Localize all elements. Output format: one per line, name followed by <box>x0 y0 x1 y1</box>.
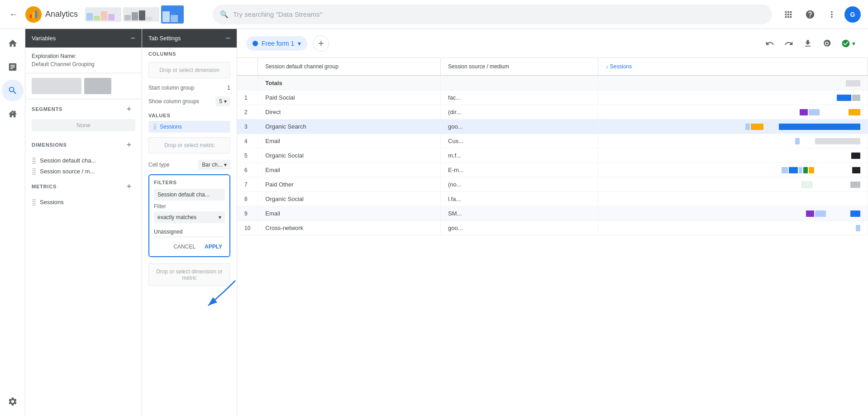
undo-button[interactable] <box>762 35 778 52</box>
show-column-groups-row: Show column groups 5 ▾ <box>142 94 237 109</box>
show-column-groups-label: Show column groups <box>148 98 212 105</box>
content-topbar: Free form 1 ▾ + ▾ <box>237 29 868 58</box>
source-10: goo... <box>441 221 598 235</box>
chevron-down-icon: ▾ <box>224 98 227 105</box>
table-row[interactable]: 2 Direct (dir... <box>237 105 868 120</box>
dimension-label-1: Session default cha... <box>40 157 96 164</box>
table-row[interactable]: 10 Cross-network goo... <box>237 221 868 235</box>
variables-minimize-button[interactable]: − <box>130 33 135 43</box>
user-avatar[interactable]: G <box>844 6 861 23</box>
tab-thumb-active[interactable] <box>161 5 184 24</box>
status-button[interactable]: ▾ <box>838 37 859 50</box>
nav-reports[interactable] <box>2 56 24 78</box>
nav-configure[interactable] <box>2 391 24 412</box>
search-placeholder: Try searching "Data Streams" <box>233 10 322 18</box>
search-bar[interactable]: 🔍 Try searching "Data Streams" <box>213 5 772 24</box>
sessions-8 <box>598 192 868 206</box>
tab-dropdown-icon[interactable]: ▾ <box>298 40 301 47</box>
filter-actions: CANCEL APPLY <box>154 242 225 252</box>
dimension-item-2[interactable]: ⣿ Session source / m... <box>25 166 142 177</box>
dimensions-section-header: DIMENSIONS + <box>25 135 142 155</box>
tab-thumb-1[interactable] <box>85 7 121 22</box>
source-8: l.fa... <box>441 192 598 206</box>
start-column-group-value: 1 <box>227 85 230 91</box>
drag-handle-metric-icon: ⣿ <box>32 198 36 206</box>
svg-rect-1 <box>33 12 35 18</box>
nav-explore[interactable] <box>2 80 24 101</box>
tab-thumb-2[interactable] <box>123 7 159 22</box>
cell-type-dropdown[interactable]: Bar ch... ▾ <box>198 160 230 170</box>
filter-dimension-chip[interactable]: Session default cha... <box>154 189 225 201</box>
sessions-value-chip[interactable]: ⣿ Sessions <box>148 121 230 133</box>
table-row[interactable]: 3 Organic Search goo... <box>237 120 868 134</box>
dimension-item-1[interactable]: ⣿ Session default cha... <box>25 155 142 166</box>
channel-7: Paid Other <box>258 177 441 192</box>
more-vert-icon-button[interactable] <box>823 5 841 24</box>
nav-home[interactable] <box>2 33 24 54</box>
help-icon-button[interactable] <box>801 5 819 24</box>
apps-icon-button[interactable] <box>779 5 797 24</box>
redo-button[interactable] <box>781 35 797 52</box>
filter-condition-chevron-icon: ▾ <box>219 214 221 220</box>
tab-dot <box>253 41 258 46</box>
col-header-channel[interactable]: Session default channel group <box>258 58 441 76</box>
variables-title: Variables <box>32 35 56 42</box>
variables-panel: Variables − Exploration Name: Default Ch… <box>25 29 142 416</box>
filter-condition-select[interactable]: exactly matches ▾ <box>154 211 225 223</box>
drag-handle-icon: ⣿ <box>32 157 36 164</box>
sessions-9 <box>598 206 868 221</box>
bottom-drop-zone[interactable]: Drop or select dimension or metric <box>148 263 230 286</box>
nav-advertising[interactable] <box>2 103 24 125</box>
channel-col-label: Session default channel group <box>265 63 338 70</box>
download-button[interactable] <box>800 35 816 52</box>
data-table-wrap: Session default channel group Session so… <box>237 58 868 416</box>
sessions-col-label: ↓ Sessions <box>606 63 632 70</box>
filter-value-input[interactable] <box>154 227 225 237</box>
source-col-label: Session source / medium <box>448 63 509 70</box>
col-header-source[interactable]: Session source / medium <box>441 58 598 76</box>
totals-sessions <box>598 76 868 91</box>
filter-apply-button[interactable]: APPLY <box>202 242 225 252</box>
sessions-2 <box>598 105 868 120</box>
sessions-10 <box>598 221 868 235</box>
metric-item-1[interactable]: ⣿ Sessions <box>25 196 142 207</box>
add-metric-button[interactable]: + <box>123 180 135 193</box>
sessions-6 <box>598 163 868 177</box>
table-row[interactable]: 7 Paid Other (no... <box>237 177 868 192</box>
cell-type-label: Cell type <box>148 162 170 168</box>
share-button[interactable] <box>819 35 835 52</box>
filter-cancel-button[interactable]: CANCEL <box>171 242 198 252</box>
source-4: Cus... <box>441 134 598 148</box>
show-column-groups-dropdown[interactable]: 5 ▾ <box>215 96 230 106</box>
table-row[interactable]: 8 Organic Social l.fa... <box>237 192 868 206</box>
show-column-groups-value: 5 <box>219 98 222 105</box>
col-header-sessions[interactable]: ↓ Sessions <box>598 58 868 76</box>
table-row[interactable]: 4 Email Cus... <box>237 134 868 148</box>
sessions-1 <box>598 91 868 105</box>
add-dimension-button[interactable]: + <box>123 139 135 151</box>
row-num-1: 1 <box>237 91 258 105</box>
chart-preview <box>25 73 142 99</box>
add-segment-button[interactable]: + <box>123 103 135 115</box>
table-row[interactable]: 9 Email SM... <box>237 206 868 221</box>
add-tab-button[interactable]: + <box>313 35 329 52</box>
table-row[interactable]: 6 Email E-m... <box>237 163 868 177</box>
free-form-tab[interactable]: Free form 1 ▾ <box>246 36 307 51</box>
chevron-down-status-icon: ▾ <box>852 40 855 47</box>
tab-settings-panel: Tab Settings − COLUMNS Drop or select di… <box>142 29 237 416</box>
columns-drop-zone[interactable]: Drop or select dimension <box>148 62 230 78</box>
svg-rect-2 <box>35 10 38 18</box>
table-row[interactable]: 1 Paid Social fac... <box>237 91 868 105</box>
main-layout: Variables − Exploration Name: Default Ch… <box>0 29 868 416</box>
sessions-7 <box>598 177 868 192</box>
segments-title: SEGMENTS <box>32 106 62 112</box>
table-row[interactable]: 5 Organic Social m.f... <box>237 148 868 163</box>
channel-10: Cross-network <box>258 221 441 235</box>
tab-settings-minimize-button[interactable]: − <box>225 33 230 43</box>
back-button[interactable]: ← <box>5 6 22 23</box>
channel-4: Email <box>258 134 441 148</box>
exploration-name-value: Default Channel Grouping <box>32 60 135 68</box>
variables-panel-header: Variables − <box>25 29 142 48</box>
tab-label: Free form 1 <box>262 40 294 47</box>
metric-drop-zone[interactable]: Drop or select metric <box>148 137 230 153</box>
